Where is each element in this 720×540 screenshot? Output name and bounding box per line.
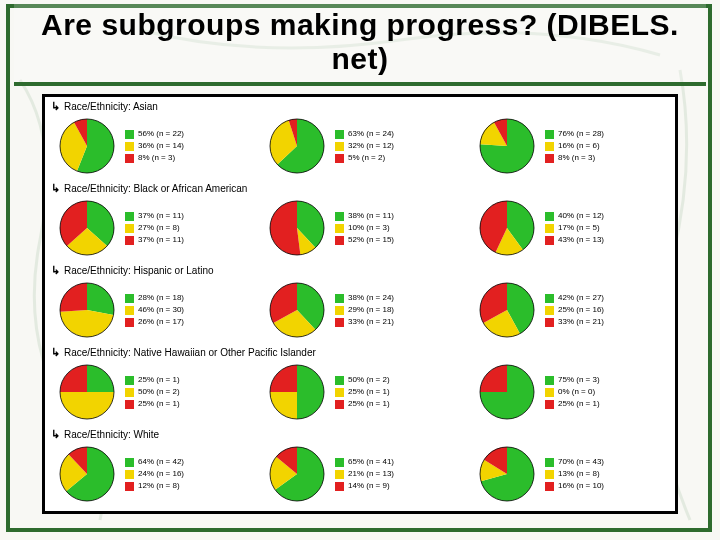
pie-legend: 76% (n = 28)16% (n = 6)8% (n = 3) (545, 130, 604, 163)
group-label: ↳Race/Ethnicity: Asian (45, 97, 675, 113)
pie-cell: 70% (n = 43)13% (n = 8)16% (n = 10) (465, 441, 675, 507)
legend-text: 37% (n = 11) (138, 212, 184, 220)
legend-swatch (545, 306, 554, 315)
legend-swatch (545, 154, 554, 163)
legend-entry: 43% (n = 13) (545, 236, 604, 245)
pie-cells: 56% (n = 22)36% (n = 14)8% (n = 3)63% (n… (45, 113, 675, 179)
pie-cell: 50% (n = 2)25% (n = 1)25% (n = 1) (255, 359, 465, 425)
legend-entry: 52% (n = 15) (335, 236, 394, 245)
legend-text: 32% (n = 12) (348, 142, 394, 150)
legend-swatch (545, 142, 554, 151)
legend-swatch (125, 294, 134, 303)
legend-swatch (125, 130, 134, 139)
legend-entry: 29% (n = 18) (335, 306, 394, 315)
legend-swatch (335, 318, 344, 327)
legend-swatch (335, 388, 344, 397)
legend-entry: 8% (n = 3) (545, 154, 604, 163)
legend-swatch (545, 294, 554, 303)
legend-entry: 38% (n = 11) (335, 212, 394, 221)
legend-entry: 0% (n = 0) (545, 388, 600, 397)
legend-swatch (335, 236, 344, 245)
pie-chart (269, 282, 325, 338)
legend-entry: 25% (n = 1) (545, 400, 600, 409)
legend-entry: 70% (n = 43) (545, 458, 604, 467)
legend-text: 17% (n = 5) (558, 224, 600, 232)
legend-entry: 16% (n = 10) (545, 482, 604, 491)
pie-cells: 64% (n = 42)24% (n = 16)12% (n = 8)65% (… (45, 441, 675, 507)
legend-text: 29% (n = 18) (348, 306, 394, 314)
legend-entry: 50% (n = 2) (125, 388, 180, 397)
legend-entry: 50% (n = 2) (335, 376, 390, 385)
legend-entry: 28% (n = 18) (125, 294, 184, 303)
group-row: ↳Race/Ethnicity: Black or African Americ… (45, 179, 675, 261)
legend-text: 25% (n = 1) (138, 376, 180, 384)
legend-entry: 25% (n = 1) (335, 388, 390, 397)
row-arrow-icon: ↳ (51, 100, 60, 113)
legend-swatch (545, 212, 554, 221)
legend-text: 43% (n = 13) (558, 236, 604, 244)
pie-chart (269, 364, 325, 420)
legend-swatch (545, 130, 554, 139)
pie-chart (59, 364, 115, 420)
legend-text: 8% (n = 3) (558, 154, 595, 162)
legend-text: 27% (n = 8) (138, 224, 180, 232)
legend-text: 33% (n = 21) (348, 318, 394, 326)
legend-text: 28% (n = 18) (138, 294, 184, 302)
pie-cells: 28% (n = 18)46% (n = 30)26% (n = 17)38% … (45, 277, 675, 343)
legend-text: 25% (n = 1) (138, 400, 180, 408)
pie-cell: 37% (n = 11)27% (n = 8)37% (n = 11) (45, 195, 255, 261)
legend-entry: 75% (n = 3) (545, 376, 600, 385)
pie-chart (59, 446, 115, 502)
legend-swatch (335, 306, 344, 315)
legend-swatch (125, 224, 134, 233)
pie-cell: 42% (n = 27)25% (n = 16)33% (n = 21) (465, 277, 675, 343)
legend-text: 16% (n = 6) (558, 142, 600, 150)
legend-text: 0% (n = 0) (558, 388, 595, 396)
legend-entry: 46% (n = 30) (125, 306, 184, 315)
pie-cell: 63% (n = 24)32% (n = 12)5% (n = 2) (255, 113, 465, 179)
pie-legend: 28% (n = 18)46% (n = 30)26% (n = 17) (125, 294, 184, 327)
pie-legend: 25% (n = 1)50% (n = 2)25% (n = 1) (125, 376, 180, 409)
legend-entry: 25% (n = 16) (545, 306, 604, 315)
legend-text: 10% (n = 3) (348, 224, 390, 232)
legend-text: 12% (n = 8) (138, 482, 180, 490)
legend-text: 25% (n = 16) (558, 306, 604, 314)
legend-swatch (335, 458, 344, 467)
legend-swatch (125, 154, 134, 163)
legend-swatch (545, 224, 554, 233)
legend-swatch (125, 142, 134, 151)
pie-legend: 40% (n = 12)17% (n = 5)43% (n = 13) (545, 212, 604, 245)
pie-legend: 70% (n = 43)13% (n = 8)16% (n = 10) (545, 458, 604, 491)
pie-cell: 75% (n = 3)0% (n = 0)25% (n = 1) (465, 359, 675, 425)
legend-text: 38% (n = 11) (348, 212, 394, 220)
legend-swatch (335, 224, 344, 233)
pie-cell: 40% (n = 12)17% (n = 5)43% (n = 13) (465, 195, 675, 261)
pie-legend: 37% (n = 11)27% (n = 8)37% (n = 11) (125, 212, 184, 245)
legend-text: 76% (n = 28) (558, 130, 604, 138)
legend-swatch (125, 318, 134, 327)
legend-entry: 64% (n = 42) (125, 458, 184, 467)
legend-swatch (545, 376, 554, 385)
legend-swatch (125, 470, 134, 479)
legend-text: 5% (n = 2) (348, 154, 385, 162)
legend-entry: 40% (n = 12) (545, 212, 604, 221)
legend-entry: 33% (n = 21) (545, 318, 604, 327)
pie-legend: 65% (n = 41)21% (n = 13)14% (n = 9) (335, 458, 394, 491)
group-name: Race/Ethnicity: Hispanic or Latino (64, 265, 214, 276)
legend-text: 36% (n = 14) (138, 142, 184, 150)
legend-swatch (125, 212, 134, 221)
legend-text: 52% (n = 15) (348, 236, 394, 244)
row-arrow-icon: ↳ (51, 428, 60, 441)
title-container: Are subgroups making progress? (DIBELS. … (14, 4, 706, 86)
legend-entry: 27% (n = 8) (125, 224, 184, 233)
legend-entry: 14% (n = 9) (335, 482, 394, 491)
chart-table: ↳Race/Ethnicity: Asian56% (n = 22)36% (n… (42, 94, 678, 514)
group-name: Race/Ethnicity: Asian (64, 101, 158, 112)
pie-cell: 28% (n = 18)46% (n = 30)26% (n = 17) (45, 277, 255, 343)
legend-entry: 13% (n = 8) (545, 470, 604, 479)
pie-cell: 38% (n = 24)29% (n = 18)33% (n = 21) (255, 277, 465, 343)
pie-chart (59, 282, 115, 338)
legend-swatch (335, 482, 344, 491)
legend-text: 56% (n = 22) (138, 130, 184, 138)
legend-entry: 37% (n = 11) (125, 236, 184, 245)
